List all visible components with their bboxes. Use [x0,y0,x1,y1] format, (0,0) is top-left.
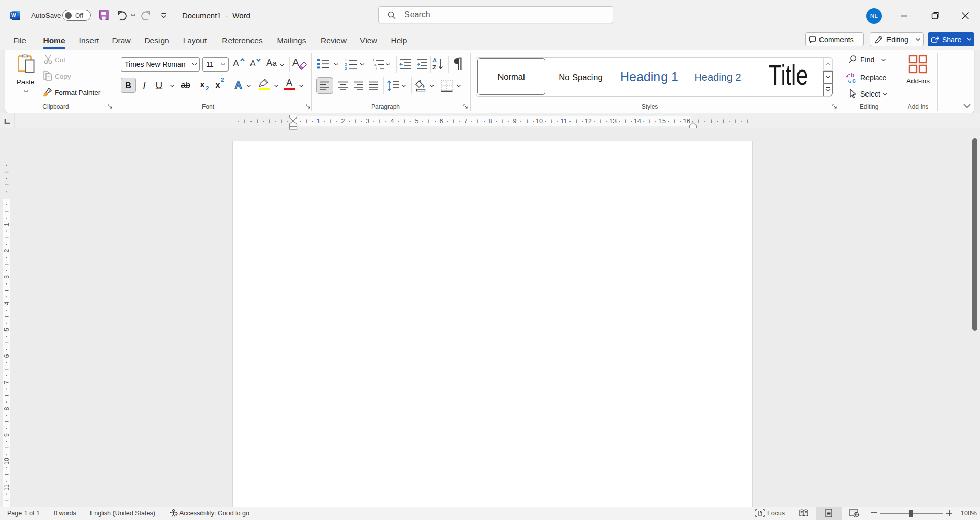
svg-text:14: 14 [634,117,641,125]
svg-text:1: 1 [3,223,10,226]
svg-text:8: 8 [489,117,492,125]
svg-text:8: 8 [3,407,10,410]
svg-text:10: 10 [536,117,543,125]
svg-text:9: 9 [3,433,10,437]
svg-text:13: 13 [609,117,617,125]
svg-text:3: 3 [345,66,347,71]
svg-text:16: 16 [683,117,690,125]
svg-text:W: W [11,13,16,18]
svg-text:12: 12 [585,117,592,125]
svg-text:5: 5 [3,328,10,332]
svg-text:A: A [432,57,437,63]
svg-text:3: 3 [3,275,10,279]
svg-text:4: 4 [391,117,394,125]
svg-text:7: 7 [3,381,10,384]
svg-text:3: 3 [366,117,370,125]
svg-text:4: 4 [3,301,10,305]
svg-text:6: 6 [3,354,10,358]
svg-text:1: 1 [317,117,321,125]
svg-text:15: 15 [658,117,666,125]
svg-text:9: 9 [513,117,517,125]
svg-text:11: 11 [561,117,567,125]
svg-text:i: i [376,66,377,71]
svg-text:2: 2 [341,117,345,125]
svg-text:c: c [852,77,856,83]
svg-text:6: 6 [440,117,443,125]
svg-text:11: 11 [3,484,10,491]
svg-text:7: 7 [464,117,468,125]
svg-text:2: 2 [3,249,10,252]
svg-text:10: 10 [3,458,10,465]
svg-text:Z: Z [432,64,436,70]
svg-text:5: 5 [415,117,419,125]
